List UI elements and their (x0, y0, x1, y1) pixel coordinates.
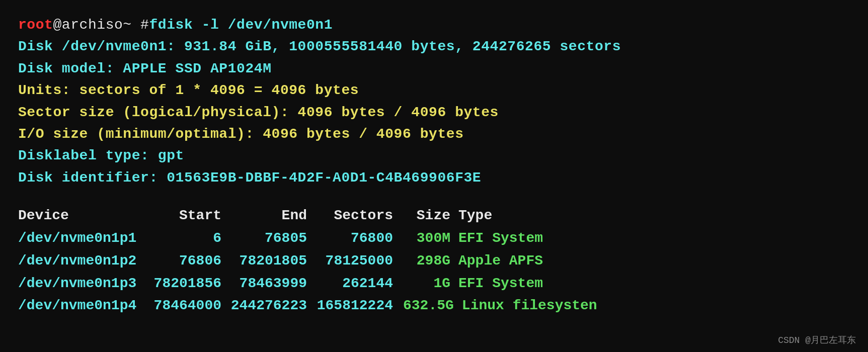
disk-model-text: Disk model: APPLE SSD AP1024M (18, 58, 272, 79)
table-row: /dev/nvme0n1p2 76806 78201805 78125000 2… (18, 250, 850, 273)
watermark-text: CSDN @月巴左耳东 (778, 334, 856, 346)
row4-type: Linux filesysten (462, 295, 597, 317)
row2-type: Apple APFS (458, 250, 543, 273)
row1-start: 6 (149, 227, 229, 250)
header-type: Type (458, 205, 492, 227)
row2-size: 298G (403, 250, 458, 273)
row1-sectors: 76800 (315, 227, 403, 250)
table-row: /dev/nvme0n1p1 6 76805 76800 300M EFI Sy… (18, 227, 850, 250)
disk-info-text: Disk /dev/nvme0n1: 931.84 GiB, 100055558… (18, 36, 621, 57)
prompt-command: fdisk -l /dev/nvme0n1 (149, 14, 333, 36)
partition-table: Device Start End Sectors Size Type /dev/… (18, 205, 850, 317)
disk-info-line: Disk /dev/nvme0n1: 931.84 GiB, 100055558… (18, 36, 850, 57)
header-device: Device (18, 205, 149, 227)
table-header-row: Device Start End Sectors Size Type (18, 205, 850, 227)
row3-device: /dev/nvme0n1p3 (18, 273, 149, 295)
row3-start: 78201856 (149, 273, 229, 295)
row3-type: EFI System (458, 273, 543, 295)
row4-sectors: 165812224 (315, 295, 403, 317)
disk-identifier-line: Disk identifier: 01563E9B-DBBF-4D2F-A0D1… (18, 167, 850, 189)
io-size-text: I/O size (minimum/optimal): 4096 bytes /… (18, 123, 464, 145)
row2-start: 76806 (149, 250, 229, 273)
disk-identifier-text: Disk identifier: 01563E9B-DBBF-4D2F-A0D1… (18, 167, 481, 189)
disklabel-type-text: Disklabel type: gpt (18, 145, 184, 166)
units-line: Units: sectors of 1 * 4096 = 4096 bytes (18, 79, 850, 101)
header-start: Start (149, 205, 229, 227)
prompt-user: root (18, 14, 53, 36)
prompt-path: ~ # (123, 14, 149, 36)
spacer (18, 189, 850, 200)
row3-sectors: 262144 (315, 273, 403, 295)
row3-end: 78463999 (229, 273, 315, 295)
row4-device: /dev/nvme0n1p4 (18, 295, 149, 317)
header-size: Size (403, 205, 458, 227)
sector-size-text: Sector size (logical/physical): 4096 byt… (18, 102, 499, 123)
row1-type: EFI System (458, 227, 543, 250)
disklabel-type-line: Disklabel type: gpt (18, 145, 850, 166)
units-text: Units: sectors of 1 * 4096 = 4096 bytes (18, 79, 359, 101)
row1-end: 76805 (229, 227, 315, 250)
disk-model-line: Disk model: APPLE SSD AP1024M (18, 58, 850, 79)
prompt-line: root @archiso ~ # fdisk -l /dev/nvme0n1 (18, 14, 850, 36)
prompt-at: @archiso (53, 14, 123, 36)
table-row: /dev/nvme0n1p4 78464000 244276223 165812… (18, 295, 850, 317)
terminal-window: root @archiso ~ # fdisk -l /dev/nvme0n1 … (0, 0, 868, 352)
row1-device: /dev/nvme0n1p1 (18, 227, 149, 250)
row4-start: 78464000 (149, 295, 229, 317)
row2-end: 78201805 (229, 250, 315, 273)
row3-size: 1G (403, 273, 458, 295)
io-size-line: I/O size (minimum/optimal): 4096 bytes /… (18, 123, 850, 145)
row2-device: /dev/nvme0n1p2 (18, 250, 149, 273)
row2-sectors: 78125000 (315, 250, 403, 273)
row4-size: 632.5G (403, 295, 462, 317)
row4-end: 244276223 (229, 295, 315, 317)
header-end: End (229, 205, 315, 227)
table-row: /dev/nvme0n1p3 78201856 78463999 262144 … (18, 273, 850, 295)
header-sectors: Sectors (315, 205, 403, 227)
row1-size: 300M (403, 227, 458, 250)
sector-size-line: Sector size (logical/physical): 4096 byt… (18, 102, 850, 123)
